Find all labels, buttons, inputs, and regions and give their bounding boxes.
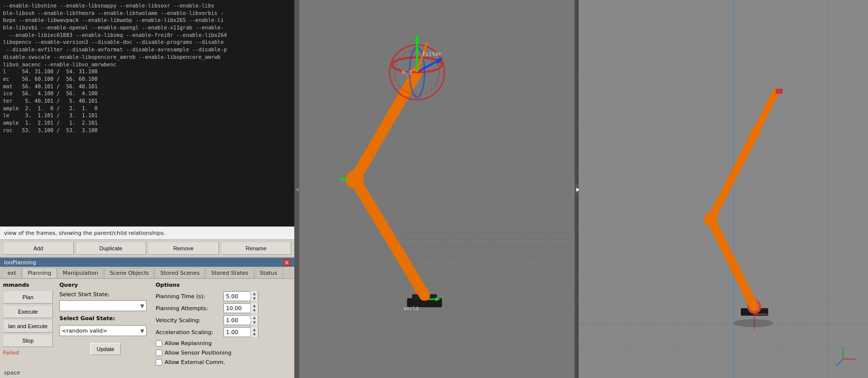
mp-close-button[interactable]: × (283, 259, 290, 266)
allow-replanning-label: Allow Replanning (165, 340, 212, 347)
allow-replanning-checkbox[interactable] (156, 340, 162, 347)
remove-button[interactable]: Remove (148, 242, 219, 255)
robot-arm-svg-right (579, 0, 868, 378)
tab-context[interactable]: ext (2, 268, 21, 278)
panel-divider[interactable]: ◀ (294, 0, 299, 378)
svg-point-64 (733, 319, 773, 327)
frame-info: view of the frames, showing the parent/c… (0, 226, 294, 239)
stop-button[interactable]: Stop (3, 334, 53, 347)
tab-stored-states[interactable]: Stored States (206, 268, 253, 278)
rename-button[interactable]: Rename (221, 242, 292, 255)
svg-text:h_d: h_d (402, 69, 412, 75)
duplicate-button[interactable]: Duplicate (76, 242, 147, 255)
add-button[interactable]: Add (3, 242, 74, 255)
start-state-combo[interactable]: ▼ (59, 300, 147, 311)
allow-sensor-checkbox[interactable] (156, 350, 162, 356)
execute-button[interactable]: Execute (3, 305, 53, 318)
query-column: Query Select Start State: ▼ Select Goal … (59, 282, 152, 355)
goal-state-combo[interactable]: <random valid> ▼ (59, 325, 147, 336)
planning-attempts-row: Planning Attempts: 10.00 ▲ ▼ (156, 303, 265, 313)
accel-scaling-label: Acceleration Scaling: (156, 329, 220, 336)
velocity-scaling-up[interactable]: ▲ (251, 315, 258, 320)
options-label: Options (156, 282, 265, 288)
allow-external-checkbox[interactable] (156, 359, 162, 366)
robot-arm-svg-left: filter h_d world (299, 0, 575, 378)
planning-time-row: Planning Time (s): 5.00 ▲ ▼ (156, 291, 265, 301)
planning-time-down[interactable]: ▼ (251, 296, 258, 301)
commands-column: mmands Plan Execute lan and Execute Stop… (3, 282, 55, 356)
allow-external-row: Allow External Comm. (156, 359, 265, 366)
goal-state-value: <random valid> (62, 328, 107, 334)
query-label: Query (59, 282, 152, 288)
planning-time-value: 5.00 (224, 293, 250, 300)
planning-time-up[interactable]: ▲ (251, 291, 258, 296)
accel-scaling-spinbox[interactable]: 1.00 ▲ ▼ (223, 327, 258, 337)
planning-time-label: Planning Time (s): (156, 293, 220, 300)
accel-scaling-value: 1.00 (224, 329, 250, 336)
accel-scaling-down[interactable]: ▼ (251, 332, 258, 337)
start-state-label: Select Start State: (59, 291, 152, 298)
mp-title: ionPlanning (4, 259, 36, 266)
status-label: Failed (3, 350, 55, 356)
planning-attempts-label: Planning Attempts: (156, 305, 220, 312)
svg-text:world: world (404, 306, 419, 311)
viewports: filter h_d world ▶ (299, 0, 868, 378)
planning-attempts-value: 10.00 (224, 305, 250, 312)
left-panel: --enable-libshine --enable-libsnappy --e… (0, 0, 294, 378)
viewport-divider: ▶ (575, 0, 579, 378)
goal-state-label: Select Goal State: (59, 315, 152, 322)
tab-manipulation[interactable]: Manipulation (57, 268, 104, 278)
tab-planning[interactable]: Planning (22, 268, 56, 278)
options-column: Options Planning Time (s): 5.00 ▲ ▼ Plan… (156, 282, 265, 366)
svg-text:filter: filter (422, 51, 442, 57)
viewport-left[interactable]: filter h_d world (299, 0, 575, 378)
allow-external-label: Allow External Comm. (165, 359, 225, 366)
commands-label: mmands (3, 282, 55, 288)
terminal-area: --enable-libshine --enable-libsnappy --e… (0, 0, 294, 226)
terminal-text: --enable-libshine --enable-libsnappy --e… (3, 2, 291, 134)
planning-attempts-spinbox[interactable]: 10.00 ▲ ▼ (223, 303, 258, 313)
button-bar: Add Duplicate Remove Rename (0, 239, 294, 257)
tab-status[interactable]: Status (254, 268, 283, 278)
velocity-scaling-row: Velocity Scaling: 1.00 ▲ ▼ (156, 315, 265, 325)
svg-rect-61 (776, 89, 783, 94)
viewport-right[interactable] (579, 0, 868, 378)
frame-info-text: view of the frames, showing the parent/c… (4, 230, 166, 236)
plan-execute-button[interactable]: lan and Execute (3, 320, 53, 333)
planning-attempts-up[interactable]: ▲ (251, 303, 258, 308)
planning-attempts-down[interactable]: ▼ (251, 308, 258, 313)
velocity-scaling-spinbox[interactable]: 1.00 ▲ ▼ (223, 315, 258, 325)
velocity-scaling-label: Velocity Scaling: (156, 317, 220, 324)
goal-state-arrow: ▼ (140, 328, 144, 334)
accel-scaling-up[interactable]: ▲ (251, 327, 258, 332)
motion-planning-panel: ionPlanning × ext Planning Manipulation … (0, 257, 294, 378)
velocity-scaling-down[interactable]: ▼ (251, 320, 258, 325)
tab-scene-objects[interactable]: Scene Objects (104, 268, 155, 278)
mp-titlebar: ionPlanning × (0, 258, 294, 267)
allow-replanning-row: Allow Replanning (156, 340, 265, 347)
workspace-label: space (0, 369, 294, 378)
planning-time-spinbox[interactable]: 5.00 ▲ ▼ (223, 291, 258, 301)
tab-stored-scenes[interactable]: Stored Scenes (155, 268, 205, 278)
accel-scaling-row: Acceleration Scaling: 1.00 ▲ ▼ (156, 327, 265, 337)
allow-sensor-label: Allow Sensor Positioning (165, 350, 231, 356)
velocity-scaling-value: 1.00 (224, 317, 250, 324)
plan-button[interactable]: Plan (3, 291, 53, 304)
mp-body: mmands Plan Execute lan and Execute Stop… (0, 279, 294, 369)
allow-sensor-row: Allow Sensor Positioning (156, 350, 265, 356)
update-button[interactable]: Update (90, 343, 121, 355)
mp-tabs: ext Planning Manipulation Scene Objects … (0, 267, 294, 279)
start-state-arrow: ▼ (140, 303, 144, 309)
